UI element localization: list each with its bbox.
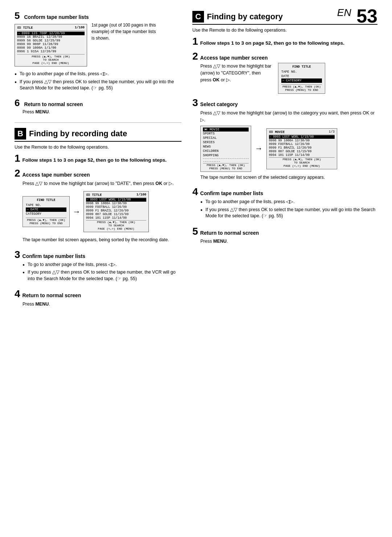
section-b-intro: Use the Remote to do the following opera… <box>15 144 181 151</box>
step5-bullets: To go to another page of the lists, pres… <box>15 71 181 92</box>
step1-b-title: Follow steps 1 to 3 on page 52, then go … <box>23 157 167 163</box>
section-c-intro: Use the Remote to do the following opera… <box>192 27 377 34</box>
category-list-screen: 📼 MOVIE SPORTS SPECIAL SERIES NEWS CHILD… <box>200 126 251 172</box>
find-title-screen-b: FIND TITLE TAPE NO. → DATE CATEGORY PRES… <box>23 196 70 227</box>
page-number: EN 53 <box>337 7 377 25</box>
bullet-item: If you press △▽ then press OK to select … <box>23 269 181 282</box>
left-column: 5 Conform tape number lists 📼 TITLE 1/10… <box>15 11 181 314</box>
step2-b-body: Press △▽ to move the highlight bar (arro… <box>23 180 181 187</box>
divider <box>15 122 181 123</box>
category-results-screen: 📼 MOVIE1/3 → 0993 LOST WORL 1/15/00 0998… <box>266 128 337 169</box>
step3-b-bullets: To go to another page of the lists, pres… <box>23 262 181 282</box>
step4-c-bullets: To go to another page of the lists, pres… <box>200 199 377 219</box>
bullet-item: If you press △▽ then press OK to select … <box>15 79 181 92</box>
step3-c-body: Press △▽ to move the highlight bar (arro… <box>200 110 377 124</box>
step4-c-title: Confirm tape number lists <box>200 190 263 196</box>
section-c-title: Finding by category <box>207 12 283 21</box>
step2-b-title: Access tape number screen <box>23 172 90 178</box>
page-num: 53 <box>356 5 377 27</box>
step3-c-number: 3 <box>192 97 198 109</box>
step4-b-block: 4 Return to normal screen Press MENU. <box>15 288 181 310</box>
step4-b-body: Press MENU. <box>23 301 181 308</box>
step2-b-block: 2 Access tape number screen Press △▽ to … <box>15 168 181 246</box>
step5-c-title: Return to normal screen <box>200 230 259 236</box>
section-b-title: Finding by recording date <box>29 129 127 138</box>
step3-c-note: The tape number list screen of the selec… <box>200 174 377 181</box>
section-b-letter: B <box>15 128 26 140</box>
step3-c-block: 3 Select category Press △▽ to move the h… <box>192 97 377 183</box>
tape-list-note: 1st page (out of 100 pages in this examp… <box>91 22 157 41</box>
step5-title: Conform tape number lists <box>24 14 89 20</box>
step2-c-number: 2 <box>192 51 198 62</box>
step5-number: 5 <box>15 11 20 20</box>
step5-c-number: 5 <box>192 226 198 237</box>
step4-c-block: 4 Confirm tape number lists To go to ano… <box>192 186 377 222</box>
step2-c-block: 2 Access tape number screen Press △▽ to … <box>192 51 377 94</box>
step2-c-body: Press △▽ to move the highlight bar (arro… <box>200 63 273 83</box>
two-column-layout: 5 Conform tape number lists 📼 TITLE 1/10… <box>15 11 377 314</box>
step1-c-title: Follow steps 1 to 3 on page 52, then go … <box>200 40 345 46</box>
step5-c-block: 5 Return to normal screen Press MENU. <box>192 226 377 247</box>
bullet-item: If you press △▽ then press OK to select … <box>200 207 377 219</box>
find-title-screen-c: FIND TITLE TAPE NO. DATE → CATEGORY PRES… <box>278 63 325 94</box>
step3-c-title: Select category <box>200 101 238 107</box>
step4-b-number: 4 <box>15 288 20 300</box>
step2-b-number: 2 <box>15 168 20 179</box>
step4-b-title: Return to normal screen <box>23 292 81 298</box>
step6-block: 6 Return to normal screen Press MENU. <box>15 98 181 118</box>
tape-list-screen: 📼 TITLE 1/100 → 0999 123 700P 12/28/99 0… <box>15 24 87 66</box>
step2-c-title: Access tape number screen <box>200 55 268 61</box>
bullet-item: To go to another page of the lists, pres… <box>15 71 181 77</box>
step6-title: Return to normal screen <box>24 101 83 107</box>
right-column: C Finding by category Use the Remote to … <box>192 11 377 314</box>
step4-c-number: 4 <box>192 186 198 198</box>
step1-c-block: 1 Follow steps 1 to 3 on page 52, then g… <box>192 36 377 47</box>
arrow-icon: → <box>73 207 81 217</box>
step5-block: 5 Conform tape number lists 📼 TITLE 1/10… <box>15 11 181 94</box>
bullet-item: To go to another page of the lists, pres… <box>23 262 181 268</box>
step6-body: Press MENU. <box>23 109 181 116</box>
page-container: EN 53 5 Conform tape number lists 📼 TITL… <box>0 0 392 537</box>
step5-c-body: Press MENU. <box>200 238 377 245</box>
en-prefix: EN <box>337 7 351 18</box>
step2-b-note: The tape number list screen appears, bei… <box>23 237 181 243</box>
arrow-icon-2: → <box>255 144 263 153</box>
step3-b-title: Confirm tape number lists <box>23 253 85 259</box>
section-c-letter: C <box>192 11 204 23</box>
bullet-item: To go to another page of the lists, pres… <box>200 199 377 205</box>
step1-c-number: 1 <box>192 36 198 47</box>
section-b-header: B Finding by recording date <box>15 128 181 142</box>
step1-b-number: 1 <box>15 153 20 164</box>
step3-b-number: 3 <box>15 249 20 261</box>
step6-number: 6 <box>15 98 20 108</box>
step1-b-block: 1 Follow steps 1 to 3 on page 52, then g… <box>15 153 181 164</box>
title-list-b-screen: 📼 TITLE1/100 → 0993 LOST WORL 1/15/00 09… <box>83 191 149 232</box>
step3-b-block: 3 Confirm tape number lists To go to ano… <box>15 249 181 285</box>
